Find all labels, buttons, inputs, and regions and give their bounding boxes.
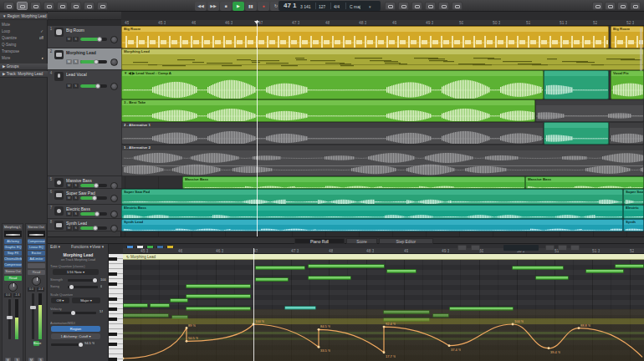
track-volume-slider[interactable]	[80, 84, 107, 88]
track-pan-knob[interactable]	[110, 36, 118, 43]
region-field-quantize[interactable]: Quantizeoff	[2, 35, 46, 42]
replace-icon[interactable]	[438, 2, 449, 10]
region-massive-bass[interactable]: Massive Bass	[182, 176, 525, 189]
track-solo-button[interactable]: S	[73, 183, 79, 188]
pr-menu-functions[interactable]: Functions ▾	[71, 245, 92, 249]
browsers-icon[interactable]	[630, 2, 641, 10]
midi-note[interactable]	[308, 276, 351, 280]
pan-knob[interactable]	[8, 282, 18, 292]
bounce-button[interactable]: Bnce	[33, 341, 39, 346]
pointer-tool-select[interactable]	[457, 245, 467, 251]
transport-forward-button[interactable]: ▶▶	[207, 2, 219, 11]
region-synth[interactable]: Synth	[623, 219, 644, 231]
editors-icon[interactable]	[70, 2, 81, 10]
track-header-electric-bass[interactable]: 7Electric BassMS	[48, 205, 121, 219]
region-field-loop[interactable]: Loop✓	[2, 28, 46, 35]
track-pan-knob[interactable]	[110, 225, 118, 232]
midi-note[interactable]	[150, 303, 170, 308]
track-mute-button[interactable]: M	[66, 59, 72, 64]
zoom-fit-icon[interactable]	[570, 245, 580, 251]
plugin-slot[interactable]: Compressor	[28, 239, 45, 244]
track-solo-button[interactable]: S	[73, 59, 79, 64]
region-3-best-take[interactable]: 3 - Best Take	[121, 99, 535, 122]
region-1-alternative-2[interactable]: 1 - Alternative 2	[121, 145, 644, 176]
metronome-icon[interactable]	[398, 2, 409, 10]
mixer-icon[interactable]	[43, 2, 54, 10]
scale-key-select[interactable]: Major ▾	[72, 297, 100, 303]
black-key[interactable]	[109, 282, 117, 286]
track-pan-knob[interactable]	[110, 195, 118, 202]
plugin-slot[interactable]: Exciter	[28, 251, 45, 256]
fader-thumb[interactable]	[7, 316, 13, 319]
midi-note[interactable]	[186, 284, 251, 288]
region-super-saw-pad[interactable]: Super Saw Pad	[121, 189, 623, 205]
track-solo-button[interactable]: S	[73, 211, 79, 216]
track-solo-button[interactable]: S	[73, 37, 79, 42]
apple-loops-icon[interactable]	[617, 2, 628, 10]
track-pan-knob[interactable]	[110, 58, 118, 66]
mute-button[interactable]: M	[28, 358, 34, 361]
region-massive-bass[interactable]: Massive Bass	[525, 176, 644, 189]
transport-pause-button[interactable]: ▮▮	[245, 2, 257, 11]
track-volume-slider[interactable]	[80, 196, 107, 200]
piano-roll-playhead[interactable]	[253, 248, 254, 361]
plugin-slot[interactable]: Linear EQ	[28, 245, 45, 250]
count-in-icon[interactable]	[385, 2, 396, 10]
track-pan-knob[interactable]	[110, 211, 118, 218]
track-mute-button[interactable]: M	[66, 226, 72, 231]
plugin-slot[interactable]: Step FX	[4, 251, 22, 256]
black-key[interactable]	[109, 308, 117, 311]
track-mute-button[interactable]: M	[66, 211, 72, 216]
region-morphing-lead[interactable]: Morphing Lead	[121, 48, 644, 70]
tuner-icon[interactable]	[411, 2, 422, 10]
track-header-big-room[interactable]: 1Big RoomMS	[48, 26, 121, 48]
region-electric[interactable]: Electric	[623, 205, 644, 219]
swing-slider[interactable]	[68, 286, 98, 288]
pencil-tool-select[interactable]	[471, 245, 480, 251]
track-solo-button[interactable]: S	[73, 226, 79, 231]
eq-thumbnail[interactable]	[4, 231, 22, 237]
piano-roll-grid[interactable]: 45 34646 34747 34848 34949 35050 35151 3…	[123, 244, 644, 361]
black-key[interactable]	[109, 318, 117, 321]
fader-track[interactable]	[32, 293, 34, 339]
velocity-slider[interactable]	[53, 312, 96, 314]
lcd-display[interactable]: 47 13 1411274/4C maj▾	[279, 1, 381, 11]
scale-off-select[interactable]: Off ▾	[51, 297, 69, 303]
transport-play-button[interactable]: ▶	[233, 2, 244, 11]
strength-slider[interactable]	[68, 279, 98, 282]
region-part[interactable]	[609, 122, 644, 145]
list-editors-icon[interactable]	[592, 2, 603, 10]
channel-strip-header[interactable]: Stereo Out	[27, 225, 45, 229]
midi-note[interactable]	[615, 264, 644, 268]
track-mute-button[interactable]: M	[66, 37, 72, 42]
zoom-h-icon[interactable]	[545, 245, 555, 251]
region-field-transpose[interactable]: Transpose	[2, 48, 46, 55]
midi-note[interactable]	[255, 266, 305, 270]
automation-value-slider[interactable]	[51, 343, 83, 346]
midi-note[interactable]	[186, 294, 251, 298]
automation-param-select[interactable]: 1 Alchemy: Cutoff ▾	[51, 333, 100, 339]
automation-zone[interactable]	[123, 309, 644, 361]
region-super-saw[interactable]: Super Saw	[623, 189, 644, 205]
tab-score[interactable]: Score	[346, 238, 377, 244]
track-inspector-header[interactable]: ▶ Track: Morphing Lead	[0, 71, 48, 78]
midi-note[interactable]	[585, 269, 624, 273]
output-slot[interactable]	[28, 263, 45, 268]
track-header-synth-lead[interactable]: 8Synth LeadMS	[48, 219, 121, 231]
region-vocal-fix[interactable]: Vocal Fix	[611, 70, 644, 99]
tab-step-editor[interactable]: Step Editor	[379, 238, 433, 244]
channel-strip-header[interactable]: Morphing L	[3, 225, 22, 229]
piano-keyboard[interactable]	[109, 254, 123, 361]
midi-note[interactable]	[255, 277, 289, 282]
plugin-slot[interactable]: Alchemy	[4, 239, 22, 244]
plugin-slot[interactable]: ChromaVerb	[4, 257, 22, 262]
midi-note[interactable]	[308, 264, 385, 268]
region--lead-vocal-comp-a[interactable]: ▼ ◀ ▶ Lead Vocal : Comp A	[121, 70, 544, 99]
region-part[interactable]	[544, 122, 609, 145]
track-volume-slider[interactable]	[80, 60, 107, 64]
midi-note[interactable]	[170, 298, 188, 303]
solo-button[interactable]: S	[14, 358, 20, 361]
groups-header[interactable]: ▶ Groups	[0, 64, 48, 70]
transport-record-button[interactable]: ●	[258, 2, 269, 11]
pan-knob[interactable]	[32, 277, 41, 286]
